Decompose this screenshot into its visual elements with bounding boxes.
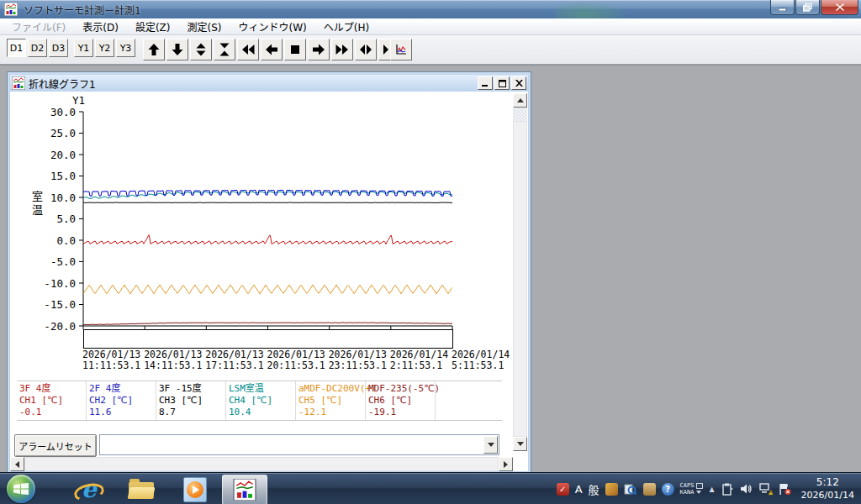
y-axis-button[interactable]: Y2 xyxy=(95,39,114,57)
scroll-left-button[interactable] xyxy=(10,457,24,471)
media-player-button[interactable] xyxy=(178,477,212,502)
scroll-thumb[interactable] xyxy=(24,457,499,471)
channel-value: -0.1 xyxy=(19,407,86,418)
taskbar-clock[interactable]: 5:12 2026/01/14 xyxy=(798,476,854,501)
alarm-reset-button[interactable]: アラームリセット xyxy=(14,434,97,457)
scroll-track[interactable] xyxy=(513,108,527,121)
data-view-button[interactable]: D3 xyxy=(49,39,68,57)
y-axis-button[interactable]: Y3 xyxy=(116,39,135,57)
fast-forward-icon xyxy=(335,43,349,56)
x-tick-label: 2026/01/145:11:53.1 xyxy=(452,349,522,371)
graph-minimize-button[interactable] xyxy=(478,76,493,90)
stop-icon xyxy=(288,43,302,56)
channel-value: 8.7 xyxy=(159,407,225,418)
ime-window-icon xyxy=(696,483,703,489)
transport-button[interactable] xyxy=(143,39,165,60)
data-view-button[interactable]: D2 xyxy=(28,39,47,57)
restore-button[interactable] xyxy=(795,0,820,15)
menu-item[interactable]: 表示(D) xyxy=(74,18,127,34)
ime-toolbox-icon[interactable] xyxy=(643,483,656,496)
active-app-taskbar-button[interactable] xyxy=(222,475,267,504)
ime-dictionary-icon[interactable] xyxy=(624,482,637,496)
ime-mode-general[interactable]: 般 xyxy=(589,481,600,497)
channel-cell: 3F -15度 CH3 [℃] 8.7 xyxy=(156,381,226,420)
graph-window-icon xyxy=(12,76,25,90)
graph-close-button[interactable] xyxy=(511,76,526,90)
x-tick-label: 2026/01/1311:11:53.1 xyxy=(82,349,153,371)
volume-tray-icon[interactable] xyxy=(740,482,753,496)
app-chart-icon xyxy=(4,3,18,16)
close-button[interactable] xyxy=(821,0,858,15)
menu-item[interactable]: 測定(S) xyxy=(178,18,230,34)
ime-caps-kana-indicator[interactable]: CAPS KANA xyxy=(680,482,704,496)
scroll-up-button[interactable] xyxy=(513,93,527,108)
menu-item[interactable]: ヘルプ(H) xyxy=(315,18,378,34)
graph-window-controls xyxy=(478,76,526,90)
menu-item[interactable]: ウィンドウ(W) xyxy=(230,18,314,34)
expand-vertical-icon xyxy=(194,43,208,56)
data-view-button[interactable]: D1 xyxy=(7,39,26,57)
transport-button[interactable] xyxy=(214,39,235,60)
channel-cell: 2F 4度 CH2 [℃] 11.6 xyxy=(87,381,156,420)
svg-text:-20.0: -20.0 xyxy=(44,320,76,333)
svg-text:-15.0: -15.0 xyxy=(44,298,76,311)
file-explorer-button[interactable] xyxy=(124,477,158,502)
alarm-combobox[interactable] xyxy=(99,434,499,455)
network-tray-icon[interactable] xyxy=(759,482,773,496)
internet-explorer-button[interactable]: e xyxy=(72,477,106,502)
step-down-icon xyxy=(171,43,184,56)
x-range-indicator[interactable] xyxy=(83,329,453,349)
transport-button[interactable] xyxy=(331,39,353,60)
menu-item[interactable]: ファイル(F) xyxy=(3,18,74,34)
graph-window-titlebar[interactable]: 折れ線グラフ1 xyxy=(10,75,528,92)
channel-value: -19.1 xyxy=(368,407,435,418)
channel-name: 3F -15度 xyxy=(159,383,225,395)
x-tick-label: 2026/01/1320:11:53.1 xyxy=(267,349,338,371)
x-tick-label: 2026/01/1323:11:53.1 xyxy=(329,349,399,371)
transport-button[interactable] xyxy=(284,39,306,60)
horizontal-scrollbar[interactable] xyxy=(10,457,513,471)
transport-button[interactable] xyxy=(355,39,377,60)
graph-window: 折れ線グラフ1 Y130.025.020.015.010.05.00.0-5.0… xyxy=(7,71,531,475)
graph-tool-button[interactable] xyxy=(390,39,412,60)
taskbar: e ✓ A 般 xyxy=(0,472,861,504)
svg-text:0.0: 0.0 xyxy=(56,234,76,247)
combobox-dropdown-button[interactable] xyxy=(483,436,498,454)
y-button-group: Y1Y2Y3 xyxy=(74,39,135,57)
transport-button[interactable] xyxy=(237,39,259,60)
ime-palette-icon[interactable] xyxy=(605,483,618,496)
graph-settings-icon xyxy=(394,43,408,56)
help-tray-icon[interactable]: ? xyxy=(662,483,674,496)
svg-text:25.0: 25.0 xyxy=(50,127,76,139)
show-hidden-icons-button[interactable]: ▲ xyxy=(709,486,714,493)
channel-name: MDF-235(-5℃) xyxy=(368,383,435,395)
arrow-down-icon xyxy=(517,442,524,446)
vertical-scrollbar[interactable] xyxy=(513,93,527,451)
start-button[interactable] xyxy=(7,475,35,503)
action-center-flag-icon[interactable] xyxy=(779,482,792,496)
scroll-thumb[interactable] xyxy=(513,121,527,437)
security-tray-icon[interactable]: ✓ xyxy=(557,483,569,496)
channel-cell: LSM室温 CH4 [℃] 10.4 xyxy=(226,381,296,420)
scroll-right-button[interactable] xyxy=(499,457,513,471)
transport-button[interactable] xyxy=(166,39,188,60)
arrow-left-icon xyxy=(15,461,19,468)
ime-mode-alpha[interactable]: A xyxy=(575,483,583,496)
clock-date: 2026/01/14 xyxy=(801,489,854,501)
graph-maximize-button[interactable] xyxy=(494,76,510,90)
channel-name: 2F 4度 xyxy=(89,383,156,395)
transport-button[interactable] xyxy=(261,39,283,60)
x-tick-label: 2026/01/1317:11:53.1 xyxy=(205,349,276,371)
scroll-down-button[interactable] xyxy=(513,437,527,451)
glass-reflection xyxy=(555,0,631,18)
menu-item[interactable]: 設定(Z) xyxy=(127,18,179,34)
window-controls xyxy=(769,0,858,15)
transport-button[interactable] xyxy=(190,39,212,60)
clipboard-tray-icon[interactable] xyxy=(721,482,734,496)
transport-group xyxy=(143,39,400,60)
y-axis-label: 室温 xyxy=(29,191,45,218)
y-axis-button[interactable]: Y1 xyxy=(74,39,93,57)
minimize-button[interactable] xyxy=(770,0,795,15)
toolbar: D1D2D3 Y1Y2Y3 xyxy=(0,35,861,65)
transport-button[interactable] xyxy=(308,39,330,60)
